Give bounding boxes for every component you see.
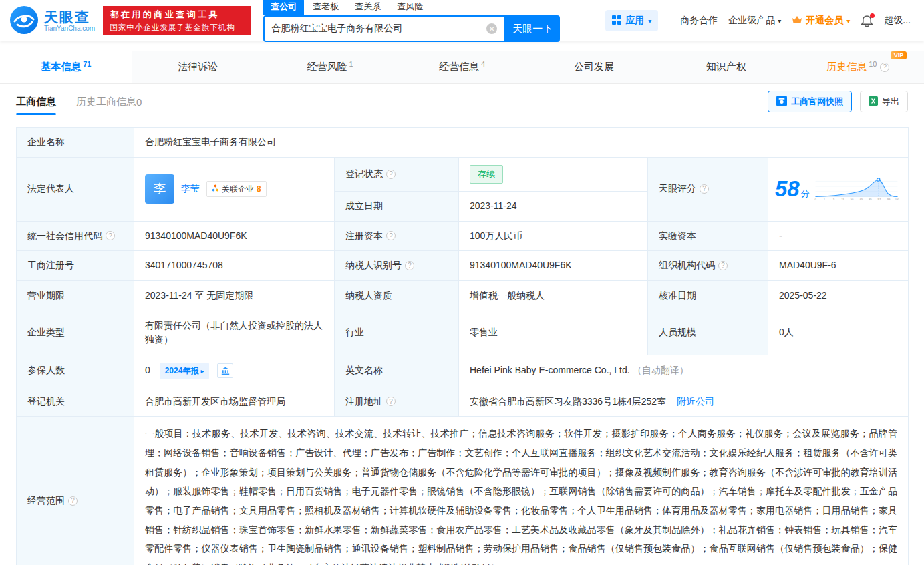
search-tab-company[interactable]: 查公司 (263, 0, 304, 15)
top-header: 天眼查 TianYanCha.com 都在用的商业查询工具 国家中小企业发展子基… (0, 0, 924, 41)
legal-rep-cell: 李 李莹 关联企业 8 (134, 157, 335, 221)
reg-no-label: 工商注册号 (17, 251, 134, 281)
taxpayer-id-value: 91340100MAD40U9F6K (459, 251, 648, 281)
table-row: 参保人数 0 2024年报 ▸ 英文名称 Hefei Pink Baby E-c… (17, 355, 909, 387)
company-name-label: 企业名称 (17, 128, 134, 158)
approval-date-label: 核准日期 (648, 280, 768, 311)
related-companies-tag[interactable]: 关联企业 8 (206, 181, 267, 198)
nearby-companies-link[interactable]: 附近公司 (677, 396, 714, 407)
address-value-cell: 安徽省合肥市高新区习友路3336号1栋4层252室 附近公司 (459, 387, 909, 417)
company-name-value: 合肥粉红宝宝电子商务有限公司 (134, 128, 909, 158)
chevron-down-icon: ▾ (648, 17, 651, 25)
table-row: 工商注册号 340171000745708 纳税人识别号 91340100MAD… (17, 251, 909, 281)
search-button[interactable]: 天眼一下 (505, 15, 560, 42)
tab-history-info[interactable]: VIP 历史信息 10 (792, 51, 924, 83)
table-row: 企业类型 有限责任公司（非自然人投资或控股的法人独资） 行业 零售业 人员规模 … (17, 311, 909, 355)
tianyan-score-cell[interactable]: 58分 0 1 5 15 5 (768, 157, 909, 221)
org-code-value: MAD40U9F-6 (768, 251, 909, 281)
subtab-business-registration[interactable]: 工商信息 (16, 96, 56, 108)
score-number: 58分 (775, 178, 810, 201)
help-icon[interactable] (386, 170, 396, 179)
nav-enterprise-products[interactable]: 企业级产品 ▾ (728, 15, 781, 27)
nav-business-cooperation[interactable]: 商务合作 (680, 15, 718, 27)
slogan-line2: 国家中小企业发展子基金旗下机构 (110, 23, 245, 33)
tab-business-info[interactable]: 经营信息 4 (396, 51, 528, 83)
paid-capital-label: 实缴资本 (648, 221, 768, 251)
search-tab-boss[interactable]: 查老板 (305, 0, 346, 15)
business-scope-value: 一般项目：技术服务、技术开发、技术咨询、技术交流、技术转让、技术推广；信息技术咨… (134, 417, 909, 565)
brand-name: 天眼查 (44, 9, 95, 25)
help-icon[interactable] (386, 231, 396, 240)
company-tabs: 基本信息 71 法律诉讼 经营风险 1 经营信息 4 公司发展 知识产权 VIP… (0, 51, 924, 84)
industry-value: 零售业 (459, 311, 648, 355)
tab-company-development[interactable]: 公司发展 (528, 51, 660, 83)
company-type-value: 有限责任公司（非自然人投资或控股的法人独资） (134, 311, 335, 355)
insured-value-cell: 0 2024年报 ▸ (134, 355, 335, 387)
tab-operational-risk[interactable]: 经营风险 1 (264, 51, 396, 83)
help-icon[interactable] (880, 63, 889, 72)
reg-status-value: 存续 (459, 157, 648, 191)
help-icon[interactable] (405, 261, 414, 270)
chevron-down-icon: ▾ (846, 17, 850, 25)
legal-rep-avatar[interactable]: 李 (145, 174, 174, 204)
svg-text:85: 85 (869, 198, 872, 201)
uscc-label: 统一社会信用代码 (17, 221, 134, 251)
business-scope-label: 经营范围 (17, 417, 134, 565)
staff-size-label: 人员规模 (648, 311, 768, 355)
svg-text:15: 15 (841, 198, 844, 201)
help-icon[interactable] (106, 231, 115, 240)
table-row: 法定代表人 李 李莹 关联企业 8 (17, 157, 909, 191)
search-tab-risk[interactable]: 查风险 (390, 0, 430, 15)
brand-domain: TianYanCha.com (44, 25, 95, 32)
notification-bell-icon[interactable] (861, 15, 873, 27)
term-value: 2023-11-24 至 无固定期限 (134, 280, 335, 311)
nav-super-vip[interactable]: 超级... (884, 15, 911, 27)
tianyancha-logo[interactable]: 天眼查 TianYanCha.com (9, 5, 95, 37)
open-vip-button[interactable]: 开通会员 ▾ (792, 15, 850, 27)
status-badge: 存续 (470, 165, 503, 184)
help-icon[interactable] (386, 397, 396, 406)
table-row: 营业期限 2023-11-24 至 无固定期限 纳税人资质 增值税一般纳税人 核… (17, 280, 909, 311)
svg-text:50: 50 (850, 198, 853, 201)
legal-rep-name-link[interactable]: 李莹 (181, 182, 200, 196)
search-tab-relation[interactable]: 查关系 (347, 0, 388, 15)
annual-report-archive-icon[interactable] (217, 363, 233, 378)
table-row: 统一社会信用代码 91340100MAD40U9F6K 注册资本 100万人民币… (17, 221, 909, 251)
tab-basic-info[interactable]: 基本信息 71 (0, 51, 132, 83)
tab-intellectual-property[interactable]: 知识产权 (660, 51, 792, 83)
slogan-banner: 都在用的商业查询工具 国家中小企业发展子基金旗下机构 (103, 6, 251, 35)
address-label: 注册地址 (335, 387, 459, 417)
excel-icon (869, 96, 878, 108)
svg-text:97: 97 (877, 198, 881, 201)
tab-legal-proceedings[interactable]: 法律诉讼 (132, 51, 265, 83)
search-input[interactable] (271, 23, 486, 34)
legal-rep-label: 法定代表人 (17, 157, 134, 221)
snapshot-camera-icon (776, 96, 787, 108)
svg-text:5: 5 (833, 198, 835, 201)
notification-dot (870, 13, 875, 18)
company-type-label: 企业类型 (17, 311, 134, 355)
subtab-history-registration[interactable]: 历史工商信息0 (76, 96, 142, 108)
export-button[interactable]: 导出 (860, 91, 908, 112)
tianyan-score-label: 天眼评分 (648, 157, 768, 221)
help-icon[interactable] (68, 496, 78, 506)
score-distribution-chart: 0 1 5 15 50 65 85 97 99 100 (814, 170, 899, 208)
help-icon[interactable] (700, 184, 709, 194)
en-name-label: 英文名称 (335, 355, 459, 387)
vip-badge: VIP (891, 51, 907, 59)
official-snapshot-button[interactable]: 工商官网快照 (768, 91, 852, 112)
apps-button[interactable]: 应用 ▾ (605, 10, 658, 31)
chevron-right-icon: ▸ (200, 366, 204, 377)
svg-text:0: 0 (814, 198, 816, 201)
tianyancha-eye-icon (9, 5, 39, 37)
search-tabs: 查公司 查老板 查关系 查风险 (263, 0, 560, 15)
network-graph-icon (212, 183, 219, 196)
clear-search-icon[interactable] (486, 23, 497, 34)
insured-label: 参保人数 (17, 355, 134, 387)
reg-capital-label: 注册资本 (335, 221, 459, 251)
annual-report-badge[interactable]: 2024年报 ▸ (160, 363, 210, 379)
table-row: 登记机关 合肥市高新开发区市场监督管理局 注册地址 安徽省合肥市高新区习友路33… (17, 387, 909, 417)
en-name-value: Hefei Pink Baby E-commerce Co., Ltd.（自动翻… (459, 355, 909, 387)
help-icon[interactable] (718, 261, 728, 270)
table-row: 企业名称 合肥粉红宝宝电子商务有限公司 (17, 128, 909, 158)
